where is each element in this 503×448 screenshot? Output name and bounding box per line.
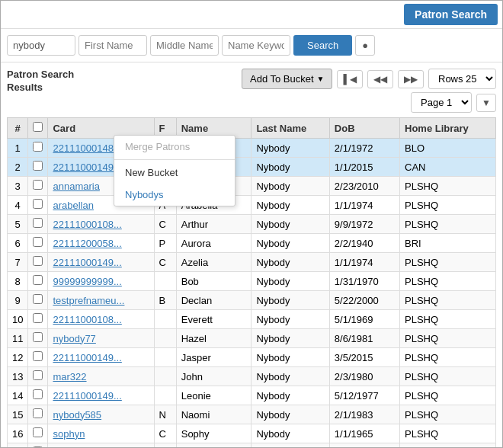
row-checkbox[interactable]: [33, 370, 43, 380]
row-card[interactable]: 22111200058...: [48, 234, 154, 253]
row-dob: 1/1/1965: [329, 424, 399, 443]
row-first-name: Bob: [176, 272, 252, 291]
card-link[interactable]: 22111200058...: [53, 238, 121, 249]
row-card[interactable]: mar322: [48, 367, 154, 386]
row-checkbox-cell[interactable]: [28, 424, 48, 443]
card-link[interactable]: nybody77: [53, 333, 95, 344]
table-row: 13 mar322 John Nybody 2/3/1980 PLSHQ: [8, 367, 496, 386]
row-checkbox-cell[interactable]: [28, 253, 48, 272]
row-checkbox-cell[interactable]: [28, 405, 48, 424]
row-home-library: PLSHQ: [400, 348, 496, 367]
nav-first-button[interactable]: ▌◀: [337, 70, 363, 88]
card-link[interactable]: 99999999999...: [53, 276, 121, 287]
row-checkbox[interactable]: [33, 408, 43, 418]
last-name-input[interactable]: [7, 35, 75, 56]
row-checkbox-cell[interactable]: [28, 310, 48, 329]
add-to-bucket-button[interactable]: Add To Bucket ▼: [242, 69, 333, 89]
card-link[interactable]: 22111000149...: [53, 390, 121, 402]
row-checkbox[interactable]: [33, 199, 43, 209]
page-split-button[interactable]: ▼: [476, 94, 496, 112]
middle-name-input[interactable]: [150, 35, 219, 56]
row-first-name: Leonie: [176, 386, 252, 405]
merge-patrons-item[interactable]: Merge Patrons: [114, 136, 235, 158]
row-checkbox-cell[interactable]: [28, 367, 48, 386]
row-dob: 8/6/1981: [329, 329, 399, 348]
name-keyword-input[interactable]: [222, 35, 290, 56]
row-checkbox[interactable]: [33, 161, 43, 171]
page-select[interactable]: Page 1 Page 2: [411, 92, 472, 113]
row-card[interactable]: 22111000108...: [48, 310, 154, 329]
row-checkbox[interactable]: [33, 351, 43, 361]
row-checkbox[interactable]: [33, 256, 43, 266]
row-checkbox[interactable]: [33, 180, 43, 190]
row-card[interactable]: 22111000149...: [48, 253, 154, 272]
card-link[interactable]: mar322: [53, 371, 86, 382]
row-checkbox-cell[interactable]: [28, 196, 48, 215]
card-link[interactable]: 22111000108...: [53, 219, 121, 230]
card-link[interactable]: 22111000149...: [53, 352, 121, 363]
row-card[interactable]: testprefnameu...: [48, 291, 154, 310]
row-checkbox[interactable]: [33, 313, 43, 323]
row-checkbox-cell[interactable]: [28, 443, 48, 449]
first-name-input[interactable]: [78, 35, 147, 56]
table-row: 1 22111000148... An Nybody 2/1/1972 BLO: [8, 139, 496, 158]
row-checkbox[interactable]: [33, 218, 43, 228]
col-dob[interactable]: DoB: [329, 118, 399, 139]
row-checkbox-cell[interactable]: [28, 215, 48, 234]
row-last-name: Nybody: [252, 348, 329, 367]
row-card[interactable]: 22111000149...: [48, 348, 154, 367]
card-link[interactable]: 22111000149...: [53, 257, 121, 268]
row-card[interactable]: sophyn: [48, 424, 154, 443]
row-card[interactable]: nybody77: [48, 329, 154, 348]
row-checkbox[interactable]: [33, 294, 43, 304]
search-button[interactable]: Search: [293, 35, 352, 56]
row-num: 15: [8, 405, 28, 424]
row-checkbox[interactable]: [33, 332, 43, 342]
row-checkbox-cell[interactable]: [28, 139, 48, 158]
card-link[interactable]: 22111000149...: [53, 162, 121, 173]
row-checkbox-cell[interactable]: [28, 272, 48, 291]
card-link[interactable]: sophyn: [53, 428, 85, 440]
row-card[interactable]: venetian: [48, 443, 154, 449]
card-link[interactable]: arabellan: [53, 200, 94, 211]
nybodys-item[interactable]: Nybodys: [114, 184, 235, 206]
row-checkbox[interactable]: [33, 389, 43, 399]
row-last-name: Nybody: [252, 215, 329, 234]
options-button[interactable]: ●: [355, 35, 375, 56]
row-checkbox-cell[interactable]: [28, 291, 48, 310]
row-dob: 5/1/1969: [329, 310, 399, 329]
row-checkbox[interactable]: [33, 142, 43, 152]
row-card[interactable]: 99999999999...: [48, 272, 154, 291]
row-checkbox[interactable]: [33, 237, 43, 247]
row-checkbox-cell[interactable]: [28, 177, 48, 196]
card-link[interactable]: nybody585: [53, 409, 101, 421]
row-checkbox-cell[interactable]: [28, 158, 48, 177]
rows-per-page-select[interactable]: Rows 25 Rows 10 Rows 50: [428, 69, 496, 89]
row-card[interactable]: nybody585: [48, 405, 154, 424]
row-checkbox-cell[interactable]: [28, 329, 48, 348]
row-checkbox-cell[interactable]: [28, 234, 48, 253]
row-num: 10: [8, 310, 28, 329]
row-checkbox[interactable]: [33, 275, 43, 285]
new-bucket-item[interactable]: New Bucket: [114, 162, 235, 184]
row-last-name: Nybody: [252, 443, 329, 449]
card-link[interactable]: annamaria: [53, 181, 99, 192]
table-row: 9 testprefnameu... B Declan Nybody 5/22/…: [8, 291, 496, 310]
row-home-library: PLSHQ: [400, 253, 496, 272]
row-first-initial: C: [154, 215, 176, 234]
row-checkbox[interactable]: [33, 427, 43, 437]
select-all-checkbox[interactable]: [33, 122, 43, 132]
card-link[interactable]: 22111000108...: [53, 314, 121, 325]
row-checkbox-cell[interactable]: [28, 386, 48, 405]
nav-next-button[interactable]: ▶▶: [398, 70, 424, 88]
patron-search-button[interactable]: Patron Search: [404, 4, 498, 25]
row-dob: 9/9/1972: [329, 215, 399, 234]
col-last-name[interactable]: Last Name: [252, 118, 329, 139]
row-card[interactable]: 22111000108...: [48, 215, 154, 234]
row-checkbox-cell[interactable]: [28, 348, 48, 367]
row-card[interactable]: 22111000149...: [48, 386, 154, 405]
row-first-name: Azelia: [176, 253, 252, 272]
card-link[interactable]: 22111000148...: [53, 142, 121, 154]
nav-prev-button[interactable]: ◀◀: [367, 70, 393, 88]
card-link[interactable]: testprefnameu...: [53, 295, 124, 306]
